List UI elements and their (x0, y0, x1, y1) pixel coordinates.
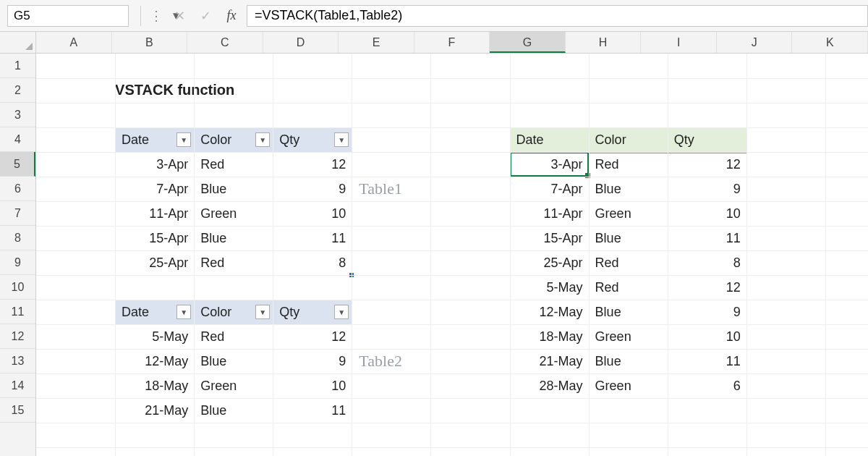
row-header-8[interactable]: 8 (0, 226, 35, 250)
table-header[interactable]: Date▼ (116, 300, 195, 325)
cell[interactable]: 12 (273, 153, 352, 177)
row-header-5[interactable]: 5 (0, 152, 35, 177)
cell[interactable]: 15-Apr (510, 227, 589, 251)
filter-dropdown-icon[interactable]: ▼ (255, 305, 270, 319)
col-header-D[interactable]: D (263, 32, 339, 53)
row-header-6[interactable]: 6 (0, 177, 35, 201)
cell[interactable]: 10 (668, 202, 746, 227)
cell[interactable]: Red (195, 251, 273, 276)
col-header-H[interactable]: H (566, 32, 642, 53)
cell[interactable]: 18-May (510, 325, 589, 350)
table-row[interactable]: 21-MayBlue11 (510, 350, 746, 374)
cell[interactable]: Blue (589, 300, 668, 325)
cell[interactable]: 10 (273, 374, 352, 399)
cell[interactable]: 5-May (116, 325, 195, 350)
cell[interactable]: Red (589, 153, 668, 177)
output-header[interactable]: Date (510, 128, 589, 153)
table-row[interactable]: 25-AprRed8 (116, 251, 352, 276)
cell[interactable]: 6 (668, 374, 746, 399)
cancel-icon[interactable]: ✕ (169, 6, 190, 26)
cell[interactable]: 7-Apr (510, 177, 589, 202)
cell[interactable]: 12-May (116, 350, 195, 374)
col-header-G[interactable]: G (490, 32, 566, 53)
table-row[interactable]: 15-AprBlue11 (116, 227, 352, 251)
col-header-F[interactable]: F (414, 32, 490, 53)
cell[interactable]: 8 (668, 251, 746, 276)
table-header[interactable]: Qty▼ (273, 128, 352, 153)
cell[interactable]: 11 (668, 227, 746, 251)
cell[interactable]: Blue (195, 177, 273, 202)
cell[interactable]: 10 (273, 202, 352, 227)
row-header-7[interactable]: 7 (0, 201, 35, 226)
cell[interactable]: Red (589, 251, 668, 276)
table-header[interactable]: Color▼ (195, 128, 273, 153)
cell[interactable]: Red (195, 325, 273, 350)
cell[interactable]: 9 (273, 177, 352, 202)
filter-dropdown-icon[interactable]: ▼ (176, 132, 191, 147)
table-row[interactable]: 11-AprGreen10 (116, 202, 352, 227)
cell[interactable]: 11-Apr (116, 202, 195, 227)
col-header-E[interactable]: E (339, 32, 414, 53)
table-header[interactable]: Color▼ (195, 300, 273, 325)
col-header-I[interactable]: I (641, 32, 717, 53)
table-row[interactable]: 7-AprBlue9 (510, 177, 746, 202)
cell[interactable]: 10 (668, 325, 746, 350)
cell[interactable]: 11 (273, 399, 352, 423)
cell[interactable]: 12-May (510, 300, 589, 325)
table-row[interactable]: 15-AprBlue11 (510, 227, 746, 251)
row-header-13[interactable]: 13 (0, 349, 35, 373)
name-box[interactable]: ▾ (7, 5, 129, 27)
cell[interactable]: 12 (668, 153, 746, 177)
filter-dropdown-icon[interactable]: ▼ (176, 305, 191, 319)
cell[interactable]: 3-Apr (510, 153, 589, 177)
row-header-3[interactable]: 3 (0, 103, 35, 127)
table-row[interactable]: 12-MayBlue9 (116, 350, 352, 374)
cell[interactable]: Blue (195, 350, 273, 374)
row-header-12[interactable]: 12 (0, 324, 35, 349)
output-header[interactable]: Qty (668, 128, 746, 153)
cell[interactable]: Green (589, 374, 668, 399)
table-row[interactable]: 25-AprRed8 (510, 251, 746, 276)
cell[interactable]: 9 (273, 350, 352, 374)
cell[interactable]: 12 (273, 325, 352, 350)
cell[interactable]: 25-Apr (510, 251, 589, 276)
filter-dropdown-icon[interactable]: ▼ (334, 305, 349, 319)
col-header-A[interactable]: A (36, 32, 112, 53)
cell[interactable]: 3-Apr (116, 153, 195, 177)
row-header-4[interactable]: 4 (0, 127, 35, 152)
table-row[interactable]: 3-AprRed12 (510, 153, 746, 177)
table-row[interactable]: 18-MayGreen10 (510, 325, 746, 350)
cell[interactable]: 21-May (116, 399, 195, 423)
cell[interactable]: 12 (668, 276, 746, 300)
table-row[interactable]: 21-MayBlue11 (116, 399, 352, 423)
cell[interactable]: Blue (195, 227, 273, 251)
row-header-11[interactable]: 11 (0, 300, 35, 324)
row-header-10[interactable]: 10 (0, 275, 35, 300)
filter-dropdown-icon[interactable]: ▼ (334, 132, 349, 147)
col-header-K[interactable]: K (792, 32, 868, 53)
cell[interactable]: 25-Apr (116, 251, 195, 276)
check-icon[interactable]: ✓ (195, 6, 216, 26)
cell[interactable]: Green (589, 325, 668, 350)
cell[interactable]: Blue (589, 350, 668, 374)
row-header-1[interactable]: 1 (0, 54, 35, 78)
table-row[interactable]: 5-MayRed12 (510, 276, 746, 300)
col-header-B[interactable]: B (112, 32, 188, 53)
cell[interactable]: 5-May (510, 276, 589, 300)
formula-input[interactable] (247, 5, 868, 27)
cell[interactable]: Blue (589, 227, 668, 251)
row-header-14[interactable]: 14 (0, 373, 35, 398)
cell[interactable]: Green (589, 202, 668, 227)
cell[interactable]: 21-May (510, 350, 589, 374)
cell[interactable]: Red (589, 276, 668, 300)
filter-dropdown-icon[interactable]: ▼ (255, 132, 270, 147)
row-header-2[interactable]: 2 (0, 78, 35, 103)
cell[interactable]: Green (195, 202, 273, 227)
output-header[interactable]: Color (589, 128, 668, 153)
cell[interactable]: 11 (668, 350, 746, 374)
cell[interactable]: Green (195, 374, 273, 399)
table-row[interactable]: 12-MayBlue9 (510, 300, 746, 325)
grid[interactable]: VSTACK functionDate▼Color▼Qty▼3-AprRed12… (36, 54, 868, 456)
table-row[interactable]: 28-MayGreen6 (510, 374, 746, 399)
select-all-button[interactable] (0, 32, 36, 54)
